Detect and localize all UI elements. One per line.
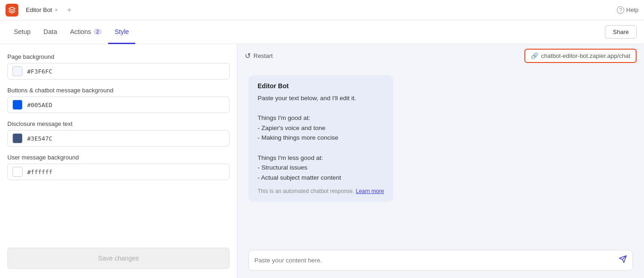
bot-message-body: Paste your text below, and I'll edit it.… — [258, 93, 384, 182]
tab-close-icon[interactable]: × — [55, 7, 58, 13]
link-icon: 🔗 — [531, 52, 538, 59]
url-text: chatbot-editor-bot.zapier.app/chat — [541, 52, 630, 59]
save-changes-button[interactable]: Save changes — [7, 248, 230, 269]
btn-bg-value: #005AED — [27, 102, 52, 108]
restart-icon: ↺ — [245, 51, 251, 60]
page-background-label: Page background — [7, 53, 230, 60]
tab-style[interactable]: Style — [108, 21, 135, 44]
automated-response-text: This is an automated chatbot response. — [258, 188, 354, 194]
left-panel: Page background #F3F6FC Buttons & chatbo… — [0, 44, 237, 278]
user-msg-bg-input-row[interactable]: #ffffff — [7, 164, 230, 180]
user-msg-bg-field: User message background #ffffff — [7, 154, 230, 180]
top-bar-right: ? Help — [617, 6, 638, 14]
tab-title-text: Editor Bot — [26, 6, 52, 13]
help-label: Help — [626, 6, 638, 13]
restart-button[interactable]: ↺ Restart — [245, 51, 273, 60]
page-background-field: Page background #F3F6FC — [7, 53, 230, 79]
chat-area: Editor Bot Paste your text below, and I'… — [237, 68, 644, 250]
bot-message-bubble: Editor Bot Paste your text below, and I'… — [248, 75, 393, 202]
user-msg-bg-label: User message background — [7, 154, 230, 161]
send-button[interactable] — [619, 255, 627, 266]
right-panel-header: ↺ Restart 🔗 chatbot-editor-bot.zapier.ap… — [237, 44, 644, 68]
bot-message-footer: This is an automated chatbot response. L… — [258, 188, 384, 194]
main-layout: Page background #F3F6FC Buttons & chatbo… — [0, 44, 644, 278]
btn-bg-input-row[interactable]: #005AED — [7, 96, 230, 113]
disclosure-text-label: Disclosure message text — [7, 120, 230, 127]
help-button[interactable]: ? Help — [617, 6, 638, 14]
browser-tab[interactable]: Editor Bot × — [22, 6, 62, 13]
url-bar[interactable]: 🔗 chatbot-editor-bot.zapier.app/chat — [524, 49, 637, 63]
tab-setup[interactable]: Setup — [7, 21, 37, 44]
btn-bg-label: Buttons & chatbot message background — [7, 87, 230, 94]
user-msg-bg-swatch — [12, 167, 23, 177]
btn-bg-swatch — [12, 100, 23, 110]
user-msg-bg-value: #ffffff — [27, 169, 52, 176]
nav-tabs-right: Share — [605, 25, 637, 39]
page-background-swatch — [12, 66, 23, 76]
btn-bg-field: Buttons & chatbot message background #00… — [7, 87, 230, 113]
tab-data[interactable]: Data — [37, 21, 64, 44]
nav-tabs: Setup Data Actions 2 Style Share — [0, 20, 644, 44]
tab-add-icon[interactable]: + — [67, 6, 71, 14]
app-icon — [6, 4, 18, 17]
disclosure-text-value: #3E547C — [27, 135, 52, 142]
bot-name: Editor Bot — [258, 82, 384, 90]
learn-more-link[interactable]: Learn more — [356, 188, 384, 194]
actions-badge: 2 — [93, 28, 102, 35]
tab-actions[interactable]: Actions 2 — [63, 21, 108, 44]
right-panel: ↺ Restart 🔗 chatbot-editor-bot.zapier.ap… — [237, 44, 644, 278]
disclosure-text-input-row[interactable]: #3E547C — [7, 130, 230, 147]
page-background-value: #F3F6FC — [27, 68, 52, 75]
question-circle-icon: ? — [617, 6, 624, 14]
page-background-input-row[interactable]: #F3F6FC — [7, 63, 230, 79]
restart-label: Restart — [253, 52, 273, 59]
chat-input[interactable] — [254, 257, 615, 264]
chat-input-row — [248, 250, 633, 271]
top-bar: Editor Bot × + ? Help — [0, 0, 644, 20]
share-button[interactable]: Share — [605, 25, 637, 39]
disclosure-text-field: Disclosure message text #3E547C — [7, 120, 230, 147]
disclosure-text-swatch — [12, 133, 23, 143]
